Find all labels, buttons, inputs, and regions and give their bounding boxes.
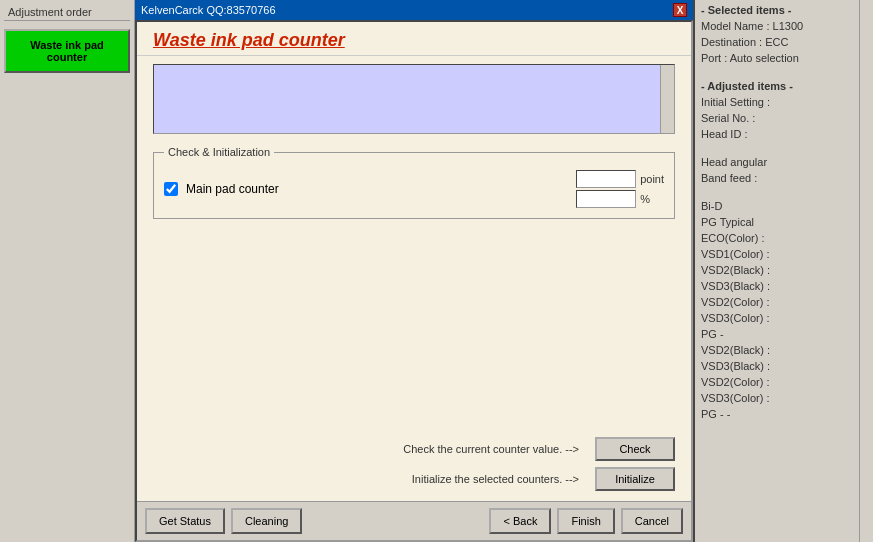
check-init-legend: Check & Initialization [164,146,274,158]
right-panel: - Selected items - Model Name : L1300 De… [693,0,873,542]
point-unit: point [640,173,664,185]
back-button[interactable]: < Back [489,508,551,534]
main-pad-counter-row: Main pad counter point % [164,170,664,208]
main-dialog: KelvenCarck QQ:83570766 X Waste ink pad … [135,0,693,542]
blue-area-scrollbar[interactable] [660,65,674,133]
port: Port : Auto selection [701,52,867,64]
initial-setting: Initial Setting : [701,96,867,108]
vsd3-color2-label: VSD3(Color) : [701,392,867,404]
dialog-titlebar: KelvenCarck QQ:83570766 X [135,0,693,20]
dialog-header: Waste ink pad counter [137,22,691,56]
percent-unit: % [640,193,650,205]
blue-display-area [153,64,675,134]
finish-button[interactable]: Finish [557,508,614,534]
cleaning-button[interactable]: Cleaning [231,508,302,534]
percent-input-row: % [576,190,664,208]
serial-no: Serial No. : [701,112,867,124]
dialog-main-title: Waste ink pad counter [153,30,345,50]
head-angular-label: Head angular [701,156,867,168]
vsd3-color1-label: VSD3(Color) : [701,312,867,324]
initial-setting-label: Initial Setting : [701,96,867,108]
destination: Destination : ECC [701,36,867,48]
selected-items-header: - Selected items - [701,4,867,16]
vsd1-color-label: VSD1(Color) : [701,248,867,260]
vsd3-black1-label: VSD3(Black) : [701,280,867,292]
bi-d-label: Bi-D [701,200,867,212]
destination-label: Destination : ECC [701,36,867,48]
vsd3-black2-label: VSD3(Black) : [701,360,867,372]
model-name-label: Model Name : L1300 [701,20,867,32]
init-action-row: Initialize the selected counters. --> In… [153,467,675,491]
middle-spacer [137,223,691,433]
adjustment-order-title: Adjustment order [4,4,130,21]
pg-label1: PG - [701,328,867,340]
point-input[interactable] [576,170,636,188]
vsd2-color2-label: VSD2(Color) : [701,376,867,388]
point-input-row: point [576,170,664,188]
vsd2-color1-label: VSD2(Color) : [701,296,867,308]
left-panel: Adjustment order Waste ink pad counter [0,0,135,542]
head-id: Head ID : [701,128,867,140]
bottom-nav: Get Status Cleaning < Back Finish Cancel [137,501,691,540]
vsd2-black2-label: VSD2(Black) : [701,344,867,356]
band-feed-label: Band feed : [701,172,867,184]
percent-input[interactable] [576,190,636,208]
vsd2-black1-label: VSD2(Black) : [701,264,867,276]
band-feed: Band feed : [701,172,867,184]
adjusted-items-label: - Adjusted items - [701,80,867,92]
adjusted-items-header: - Adjusted items - [701,80,867,92]
pg-typical: PG Typical [701,216,867,228]
model-name: Model Name : L1300 [701,20,867,32]
check-init-group: Check & Initialization Main pad counter … [153,146,675,219]
serial-no-label: Serial No. : [701,112,867,124]
selected-items-label: - Selected items - [701,4,867,16]
dialog-content: Waste ink pad counter Check & Initializa… [135,20,693,542]
cancel-button[interactable]: Cancel [621,508,683,534]
pg-label2: PG - - [701,408,867,420]
check-action-label: Check the current counter value. --> [153,443,587,455]
eco-color-label: ECO(Color) : [701,232,867,244]
port-label: Port : Auto selection [701,52,867,64]
action-rows: Check the current counter value. --> Che… [137,433,691,501]
head-id-label: Head ID : [701,128,867,140]
waste-ink-pad-counter-nav[interactable]: Waste ink pad counter [4,29,130,73]
main-pad-counter-checkbox[interactable] [164,182,178,196]
check-button[interactable]: Check [595,437,675,461]
check-action-row: Check the current counter value. --> Che… [153,437,675,461]
pg-typical-label: PG Typical [701,216,867,228]
main-pad-counter-label: Main pad counter [186,182,568,196]
dialog-title-bar-text: KelvenCarck QQ:83570766 [141,4,276,16]
initialize-button[interactable]: Initialize [595,467,675,491]
init-action-label: Initialize the selected counters. --> [153,473,587,485]
counter-inputs: point % [576,170,664,208]
dialog-close-button[interactable]: X [673,3,687,17]
right-panel-scrollbar[interactable] [859,0,873,542]
get-status-button[interactable]: Get Status [145,508,225,534]
head-angular: Head angular [701,156,867,168]
bi-d: Bi-D [701,200,867,212]
